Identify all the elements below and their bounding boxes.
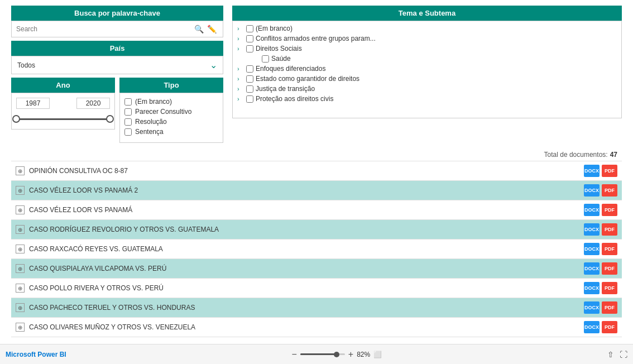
year-start-input[interactable] <box>16 98 50 109</box>
pdf-badge[interactable]: PDF <box>602 282 617 294</box>
result-title: CASO VÉLEZ LOOR VS PANAMÁ <box>29 206 584 214</box>
results-area: Total de documentos: 47 ⊕ OPINIÓN CONSUL… <box>11 149 622 344</box>
tipo-checkbox[interactable] <box>124 108 132 116</box>
tema-chevron-icon: › <box>237 95 244 102</box>
docx-badge[interactable]: DOCX <box>584 204 600 216</box>
expand-row-icon[interactable]: ⊕ <box>16 205 25 214</box>
tipo-checkbox-item[interactable]: Parecer Consultivo <box>124 108 218 116</box>
tipo-checkbox[interactable] <box>124 118 132 126</box>
expand-row-icon[interactable]: ⊕ <box>16 264 25 273</box>
pdf-badge[interactable]: PDF <box>602 321 617 333</box>
tema-header: Tema e Subtema <box>232 6 622 21</box>
range-fill <box>16 118 110 120</box>
result-row[interactable]: ⊕ CASO POLLO RIVERA Y OTROS VS. PERÚ DOC… <box>11 279 622 298</box>
tema-item-label: Saúde <box>271 55 291 63</box>
expand-row-icon[interactable]: ⊕ <box>16 323 25 332</box>
tema-checkbox[interactable] <box>246 25 253 32</box>
expand-row-icon[interactable]: ⊕ <box>16 284 25 293</box>
result-title: OPINIÓN CONSULTIVA OC 8-87 <box>29 167 584 175</box>
file-badges: DOCX PDF <box>584 184 617 197</box>
zoom-plus-button[interactable]: + <box>348 349 353 360</box>
result-row[interactable]: ⊕ CASO OLIVARES MUÑOZ Y OTROS VS. VENEZU… <box>11 318 622 337</box>
pdf-badge[interactable]: PDF <box>602 165 617 177</box>
tipo-checkbox-item[interactable]: Sentença <box>124 128 218 136</box>
tipo-content: (Em branco)Parecer ConsultivoResoluçãoSe… <box>119 93 223 143</box>
docx-badge[interactable]: DOCX <box>584 321 600 333</box>
fit-icon[interactable]: ⬜ <box>373 351 382 358</box>
year-range-slider[interactable] <box>16 113 110 124</box>
tema-checkbox[interactable] <box>246 75 253 83</box>
tipo-header: Tipo <box>119 78 223 93</box>
zoom-slider-thumb[interactable] <box>334 352 339 357</box>
docx-badge[interactable]: DOCX <box>584 262 600 275</box>
expand-row-icon[interactable]: ⊕ <box>16 245 25 253</box>
tipo-checkbox-item[interactable]: (Em branco) <box>124 98 218 106</box>
tipo-checkbox[interactable] <box>124 98 132 106</box>
expand-row-icon[interactable]: ⊕ <box>16 186 25 195</box>
pdf-badge[interactable]: PDF <box>602 243 617 255</box>
range-thumb-left[interactable] <box>12 115 20 123</box>
pdf-badge[interactable]: PDF <box>602 262 617 275</box>
result-title: CASO VÉLEZ LOOR VS PANAMÁ 2 <box>29 186 584 194</box>
tema-checkbox-item[interactable]: ›Saúde <box>237 55 617 63</box>
result-row[interactable]: ⊕ CASO RAXCACÓ REYES VS. GUATEMALA DOCX … <box>11 240 622 259</box>
docx-badge[interactable]: DOCX <box>584 301 600 314</box>
result-row[interactable]: ⊕ CASO QUISPIALAYA VILCAPOMA VS. PERÚ DO… <box>11 259 622 279</box>
expand-row-icon[interactable]: ⊕ <box>16 303 25 312</box>
docx-badge[interactable]: DOCX <box>584 243 600 255</box>
result-row[interactable]: ⊕ CASO VÉLEZ LOOR VS PANAMÁ DOCX PDF <box>11 200 622 220</box>
tema-checkbox[interactable] <box>246 35 253 42</box>
tema-checkbox-item[interactable]: ›Proteção aos direitos civis <box>237 95 617 103</box>
tema-checkbox[interactable] <box>246 85 253 93</box>
pen-icon-button[interactable]: ✏️ <box>205 25 218 33</box>
pdf-badge[interactable]: PDF <box>602 301 617 314</box>
tema-item-label: Proteção aos direitos civis <box>256 95 333 103</box>
pdf-badge[interactable]: PDF <box>602 184 617 197</box>
tipo-section: Tipo (Em branco)Parecer ConsultivoResolu… <box>119 78 223 143</box>
tema-checkbox[interactable] <box>262 55 269 63</box>
search-icon-button[interactable]: 🔍 <box>193 25 205 33</box>
tema-checkbox-item[interactable]: ›Estado como garantidor de direitos <box>237 75 617 83</box>
tema-checkbox[interactable] <box>246 95 253 103</box>
expand-row-icon[interactable]: ⊕ <box>16 225 25 234</box>
tema-item-label: Direitos Sociais <box>256 45 302 52</box>
tema-checkbox-item[interactable]: ›(Em branco) <box>237 25 617 32</box>
zoom-slider[interactable] <box>300 353 345 355</box>
search-input[interactable] <box>16 25 193 33</box>
pais-dropdown[interactable]: Todos ⌄ <box>11 56 223 74</box>
tema-checkbox-item[interactable]: ›Enfoques diferenciados <box>237 65 617 73</box>
pdf-badge[interactable]: PDF <box>602 204 617 216</box>
file-badges: DOCX PDF <box>584 282 617 294</box>
tema-checkbox[interactable] <box>246 65 253 73</box>
expand-icon[interactable]: ⛶ <box>620 350 627 359</box>
tema-checkbox[interactable] <box>246 45 253 52</box>
tema-checkbox-item[interactable]: ›Justiça de transição <box>237 85 617 93</box>
result-row[interactable]: ⊕ CASO RODRÍGUEZ REVOLORIO Y OTROS VS. G… <box>11 220 622 240</box>
tipo-checkbox[interactable] <box>124 128 132 136</box>
tema-checkbox-item[interactable]: ›Conflitos armados entre grupos param... <box>237 35 617 42</box>
pdf-badge[interactable]: PDF <box>602 223 617 236</box>
share-icon[interactable]: ⇧ <box>607 350 614 359</box>
expand-row-icon[interactable]: ⊕ <box>16 166 25 175</box>
tema-panel: Tema e Subtema ›(Em branco)›Conflitos ar… <box>232 6 622 143</box>
result-row[interactable]: ⊕ OPINIÓN CONSULTIVA OC 8-87 DOCX PDF <box>11 161 622 181</box>
ano-content <box>11 93 115 130</box>
year-end-input[interactable] <box>76 98 110 109</box>
tipo-checkbox-item[interactable]: Resolução <box>124 118 218 126</box>
range-track <box>16 118 110 120</box>
zoom-value: 82% <box>357 351 370 358</box>
result-row[interactable]: ⊕ CASO VÉLEZ LOOR VS PANAMÁ 2 DOCX PDF <box>11 181 622 200</box>
docx-badge[interactable]: DOCX <box>584 223 600 236</box>
result-row[interactable]: ⊕ CASO PACHECO TERUEL Y OTROS VS. HONDUR… <box>11 298 622 318</box>
tema-checkbox-item[interactable]: ›Direitos Sociais <box>237 45 617 52</box>
file-badges: DOCX PDF <box>584 204 617 216</box>
docx-badge[interactable]: DOCX <box>584 282 600 294</box>
docx-badge[interactable]: DOCX <box>584 165 600 177</box>
powerbi-link[interactable]: Microsoft Power BI <box>6 351 66 358</box>
tema-chevron-icon: › <box>237 75 244 82</box>
docx-badge[interactable]: DOCX <box>584 184 600 197</box>
tema-item-label: Enfoques diferenciados <box>256 65 325 73</box>
zoom-minus-button[interactable]: − <box>291 349 296 360</box>
result-title: CASO PACHECO TERUEL Y OTROS VS. HONDURAS <box>29 304 584 312</box>
range-thumb-right[interactable] <box>106 115 114 123</box>
